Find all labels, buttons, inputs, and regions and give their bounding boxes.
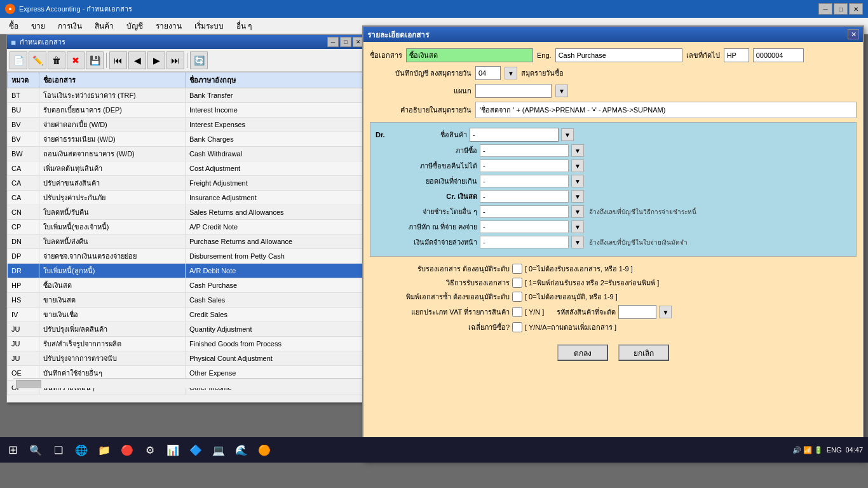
scroll-thumb[interactable] xyxy=(16,380,41,388)
dr-product-input[interactable] xyxy=(470,128,559,142)
taskbar-app5[interactable]: 📊 xyxy=(163,440,183,460)
taskbar-app2[interactable]: 📁 xyxy=(94,440,114,460)
edit-button[interactable]: ✏️ xyxy=(29,51,46,69)
dr-tax-input[interactable] xyxy=(480,144,569,157)
detail-close-button[interactable]: ✕ xyxy=(848,29,859,39)
table-row[interactable]: CNใบลดหนี้/รับคืนSales Returns and Allow… xyxy=(8,205,368,220)
ledger-lookup-btn[interactable]: ▼ xyxy=(505,67,517,79)
reserve-doc-checkbox[interactable] xyxy=(512,264,522,274)
cell-eng: Sales Returns and Allowances xyxy=(186,205,368,220)
save-button[interactable]: 💾 xyxy=(86,51,104,69)
next-button[interactable]: ▶ xyxy=(147,51,165,69)
table-row[interactable]: CAปรับค่าขนส่งสินค้าFreight Adjustment xyxy=(8,176,368,191)
minimize-button[interactable]: ─ xyxy=(818,3,832,15)
eng-input[interactable] xyxy=(555,48,682,62)
dr-tax-noreturn-lookup[interactable]: ▼ xyxy=(571,159,584,172)
table-row[interactable]: CAปรับปรุงค่าประกันภัยInsurance Adjustme… xyxy=(8,191,368,205)
cell-eng: Purchase Returns and Allowance xyxy=(186,234,368,249)
product-code-input[interactable] xyxy=(618,305,656,319)
menu-system[interactable]: เริ่มระบบ xyxy=(188,18,230,33)
table-row[interactable]: HPซื้อเงินสดCash Purchase xyxy=(8,278,368,293)
inner-minimize-btn[interactable]: ─ xyxy=(327,37,339,47)
cr-deposit-input[interactable] xyxy=(480,236,569,248)
table-row[interactable]: BVจ่ายค่าธรรมเนียม (W/D)Bank Charges xyxy=(8,132,368,147)
dept-input[interactable] xyxy=(475,84,552,98)
dr-product-lookup[interactable]: ▼ xyxy=(561,128,574,141)
taskbar-app3[interactable]: 🔴 xyxy=(117,440,137,460)
menu-product[interactable]: สินค้า xyxy=(88,18,120,33)
table-row[interactable]: BTโอนเงินระหว่างธนาคาร (TRF)Bank Transfe… xyxy=(8,88,368,103)
search-icon[interactable]: 🔍 xyxy=(25,440,46,460)
new-button[interactable]: 📄 xyxy=(10,51,27,69)
code-number-input[interactable] xyxy=(753,48,804,62)
doc-name-input[interactable] xyxy=(406,48,533,62)
cr-tax-lookup[interactable]: ▼ xyxy=(571,220,584,233)
cell-code: CA xyxy=(8,191,39,205)
inner-maximize-btn[interactable]: □ xyxy=(340,37,351,47)
ledger-input[interactable] xyxy=(475,66,501,80)
menu-report[interactable]: รายงาน xyxy=(149,18,188,33)
horizontal-scrollbar[interactable] xyxy=(13,378,376,388)
table-row[interactable]: BVจ่ายค่าดอกเบี้ย (W/D)Interest Expenses xyxy=(8,118,368,132)
taskbar-app4[interactable]: ⚙ xyxy=(140,440,160,460)
cr-cash-lookup[interactable]: ▼ xyxy=(571,190,584,203)
menu-sell[interactable]: ขาย xyxy=(25,18,51,33)
maximize-button[interactable]: □ xyxy=(834,3,848,15)
table-row[interactable]: HSขายเงินสดCash Sales xyxy=(8,293,368,308)
cr-label: Cr. เงินสด xyxy=(376,191,477,202)
table-row[interactable]: JUปรับปรุงเพิ่ม/ลดสินค้าQuantity Adjustm… xyxy=(8,322,368,337)
tray-lang[interactable]: ENG xyxy=(827,446,842,454)
cr-other-input[interactable] xyxy=(480,205,569,218)
menu-buy[interactable]: ซื้อ xyxy=(3,18,25,33)
table-row[interactable]: CAเพิ่ม/ลดต้นทุนสินค้าCost Adjustment xyxy=(8,161,368,176)
last-button[interactable]: ⏭ xyxy=(166,51,184,69)
code-prefix-input[interactable] xyxy=(724,48,749,62)
table-row[interactable]: CPใบเพิ่มหนี้(ของเจ้าหนี้)A/P Credit Not… xyxy=(8,220,368,234)
table-row[interactable]: DRใบเพิ่มหนี้(ลูกหนี้)A/R Debit Note xyxy=(8,264,368,278)
tax-q-checkbox[interactable] xyxy=(512,322,522,332)
first-button[interactable]: ⏮ xyxy=(109,51,127,69)
document-table[interactable]: หมวด ชื่อเอกสาร ชื่อภาษาอังกฤษ BTโอนเงิน… xyxy=(7,72,368,402)
table-row[interactable]: JUปรับปรุงจากการตรวจนับPhysical Count Ad… xyxy=(8,351,368,366)
taskbar-app7[interactable]: 💻 xyxy=(208,440,229,460)
cell-code: CN xyxy=(8,205,39,220)
cr-other-lookup[interactable]: ▼ xyxy=(571,205,584,218)
cancel-button[interactable]: ✖ xyxy=(67,51,85,69)
menu-account[interactable]: บัญชี xyxy=(120,18,149,33)
cell-code: IV xyxy=(8,308,39,322)
desc-formula[interactable]: 'ชื่อสดจาก ' + (APMAS->PRENAM - '•' - AP… xyxy=(475,102,857,118)
table-row[interactable]: DNใบลดหนี้/ส่งคืนPurchase Returns and Al… xyxy=(8,234,368,249)
taskview-icon[interactable]: ❑ xyxy=(48,440,69,460)
menu-other[interactable]: อื่น ๆ xyxy=(230,18,258,33)
dept-lookup-btn[interactable]: ▼ xyxy=(555,85,568,97)
table-row[interactable]: JUรับส/สำเร็จรูปจากการผลิตFinished Goods… xyxy=(8,337,368,351)
cancel-button[interactable]: ยกเลิก xyxy=(618,344,669,361)
cr-tax-input[interactable] xyxy=(480,220,569,233)
table-row[interactable]: IVขายเงินเชื่อCredit Sales xyxy=(8,308,368,322)
ok-button[interactable]: ตกลง xyxy=(557,344,608,361)
prev-button[interactable]: ◀ xyxy=(128,51,146,69)
product-code-lookup[interactable]: ▼ xyxy=(659,306,672,318)
table-row[interactable]: BWถอนเงินสดจากธนาคาร (W/D)Cash Withdrawa… xyxy=(8,147,368,161)
print-approve-checkbox[interactable] xyxy=(512,292,522,302)
close-button[interactable]: ✕ xyxy=(849,3,863,15)
tray-icons[interactable]: 🔊 📶 🔋 xyxy=(792,446,823,454)
dr-tax-noreturn-input[interactable] xyxy=(480,159,569,172)
table-row[interactable]: BUรับดอกเบี้ยธนาคาร (DEP)Interest Income xyxy=(8,103,368,118)
reserve-method-checkbox[interactable] xyxy=(512,278,522,288)
cr-cash-input[interactable] xyxy=(480,190,569,203)
cr-deposit-lookup[interactable]: ▼ xyxy=(571,236,584,248)
delete-button[interactable]: 🗑 xyxy=(48,51,65,69)
table-row[interactable]: DPจ่ายคชจ.จากเงินนตรองจ่ายย่อยDisburseme… xyxy=(8,249,368,264)
dr-tax-lookup[interactable]: ▼ xyxy=(571,144,584,157)
start-button[interactable]: ⊞ xyxy=(3,440,23,460)
menu-finance[interactable]: การเงิน xyxy=(51,18,88,33)
taskbar-app6[interactable]: 🔷 xyxy=(186,440,206,460)
vat-type-checkbox[interactable] xyxy=(512,307,522,317)
taskbar-app1[interactable]: 🌐 xyxy=(71,440,92,460)
taskbar-app9[interactable]: 🟠 xyxy=(254,440,275,460)
dr-excess-lookup[interactable]: ▼ xyxy=(571,175,584,187)
taskbar-app8[interactable]: 🌊 xyxy=(231,440,252,460)
refresh-button[interactable]: 🔄 xyxy=(190,51,208,69)
dr-excess-input[interactable] xyxy=(480,175,569,187)
